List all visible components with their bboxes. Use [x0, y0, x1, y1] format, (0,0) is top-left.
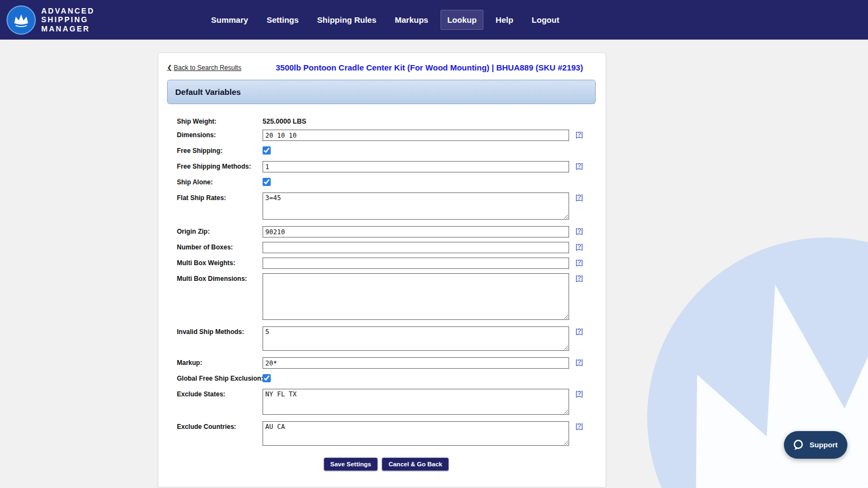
ship-alone-checkbox[interactable] [263, 178, 271, 186]
multi-box-weights-input[interactable] [263, 258, 569, 269]
form-row-markup: Markup: [?] [177, 357, 596, 369]
field-label: Global Free Ship Exclusion: [177, 373, 263, 382]
save-settings-button[interactable]: Save Settings [324, 458, 378, 471]
exclude-states-textarea[interactable]: NY FL TX [263, 389, 569, 415]
form-row-exclude-states: Exclude States: NY FL TX [?] [177, 389, 596, 417]
field-label: Free Shipping Methods: [177, 161, 263, 170]
main-nav: Summary Settings Shipping Rules Markups … [205, 0, 565, 40]
field-label: Invalid Ship Methods: [177, 326, 263, 336]
help-link[interactable]: [?] [576, 259, 583, 266]
help-link[interactable]: [?] [576, 227, 583, 235]
lookup-detail-card: ❮ Back to Search Results 3500lb Pontoon … [158, 53, 606, 487]
form-row-origin-zip: Origin Zip: [?] [177, 226, 596, 237]
variables-form: Ship Weight: 525.0000 LBS Dimensions: [?… [158, 104, 605, 487]
form-row-flat-ship-rates: Flat Ship Rates: 3=45 [?] [177, 192, 596, 222]
invalid-ship-methods-textarea[interactable]: 5 [263, 326, 569, 351]
nav-item-summary[interactable]: Summary [205, 10, 254, 29]
number-of-boxes-input[interactable] [263, 242, 569, 253]
field-label: Multi Box Dimensions: [177, 273, 263, 282]
help-link[interactable]: [?] [576, 358, 583, 366]
field-label: Exclude Countries: [177, 421, 263, 431]
help-link[interactable]: [?] [576, 274, 583, 282]
brand-text: ADVANCED SHIPPING MANAGER [41, 7, 94, 33]
help-link[interactable]: [?] [576, 422, 583, 430]
ship-weight-value: 525.0000 LBS [263, 116, 569, 125]
support-beacon-button[interactable]: Support [784, 431, 847, 459]
exclude-countries-textarea[interactable]: AU CA [263, 421, 569, 446]
form-row-global-free-ship-exclusion: Global Free Ship Exclusion: [?] [177, 373, 596, 384]
field-label: Ship Weight: [177, 116, 263, 125]
help-link[interactable]: [?] [576, 194, 583, 201]
form-row-exclude-countries: Exclude Countries: AU CA [?] [177, 421, 596, 448]
field-label: Flat Ship Rates: [177, 192, 263, 202]
field-label: Origin Zip: [177, 226, 263, 235]
field-label: Free Shipping: [177, 145, 263, 155]
form-row-free-shipping: Free Shipping: [?] [177, 145, 596, 157]
form-row-number-of-boxes: Number of Boxes: [?] [177, 242, 596, 253]
nav-item-help[interactable]: Help [490, 10, 520, 29]
form-row-ship-alone: Ship Alone: [?] [177, 177, 596, 188]
page-title: 3500lb Pontoon Cradle Center Kit (For Wo… [241, 63, 596, 72]
back-arrow-icon: ❮ [167, 64, 172, 71]
nav-item-shipping-rules[interactable]: Shipping Rules [311, 10, 382, 29]
free-shipping-methods-input[interactable] [263, 161, 569, 172]
nav-item-logout[interactable]: Logout [526, 10, 565, 29]
dimensions-input[interactable] [263, 130, 569, 141]
markup-input[interactable] [263, 357, 569, 369]
flat-ship-rates-textarea[interactable]: 3=45 [263, 192, 569, 220]
nav-item-settings[interactable]: Settings [260, 10, 304, 29]
form-row-multi-box-weights: Multi Box Weights: [?] [177, 258, 596, 269]
help-link[interactable]: [?] [576, 328, 583, 335]
field-label: Ship Alone: [177, 177, 263, 186]
field-label: Exclude States: [177, 389, 263, 398]
card-header-row: ❮ Back to Search Results 3500lb Pontoon … [158, 53, 605, 72]
field-label: Number of Boxes: [177, 242, 263, 251]
nav-item-lookup[interactable]: Lookup [441, 10, 483, 30]
help-link[interactable]: [?] [576, 243, 583, 251]
chat-bubble-icon [792, 439, 805, 452]
default-variables-header: Default Variables [167, 80, 596, 104]
form-actions: Save Settings Cancel & Go Back [177, 458, 596, 471]
origin-zip-input[interactable] [263, 226, 569, 237]
form-row-free-shipping-methods: Free Shipping Methods: [?] [177, 161, 596, 172]
back-link-label: Back to Search Results [174, 64, 241, 72]
form-row-invalid-ship-methods: Invalid Ship Methods: 5 [?] [177, 326, 596, 353]
top-navbar: ADVANCED SHIPPING MANAGER Summary Settin… [0, 0, 868, 40]
support-label: Support [809, 441, 838, 449]
help-link[interactable]: [?] [576, 162, 583, 170]
form-row-multi-box-dimensions: Multi Box Dimensions: [?] [177, 273, 596, 322]
nav-item-markups[interactable]: Markups [389, 10, 435, 29]
form-row-dimensions: Dimensions: [?] [177, 130, 596, 141]
field-label: Markup: [177, 357, 263, 367]
form-row-ship-weight: Ship Weight: 525.0000 LBS [177, 116, 596, 125]
free-shipping-checkbox[interactable] [263, 146, 271, 155]
multi-box-dimensions-textarea[interactable] [263, 273, 569, 320]
back-to-search-link[interactable]: ❮ Back to Search Results [167, 64, 241, 72]
global-free-ship-exclusion-checkbox[interactable] [263, 374, 271, 382]
help-link[interactable]: [?] [576, 390, 583, 397]
cancel-go-back-button[interactable]: Cancel & Go Back [382, 458, 449, 471]
field-label: Dimensions: [177, 130, 263, 139]
brand-logo[interactable]: ADVANCED SHIPPING MANAGER [7, 5, 94, 35]
crown-logo-icon [7, 5, 36, 35]
field-label: Multi Box Weights: [177, 258, 263, 267]
help-link[interactable]: [?] [576, 131, 583, 138]
